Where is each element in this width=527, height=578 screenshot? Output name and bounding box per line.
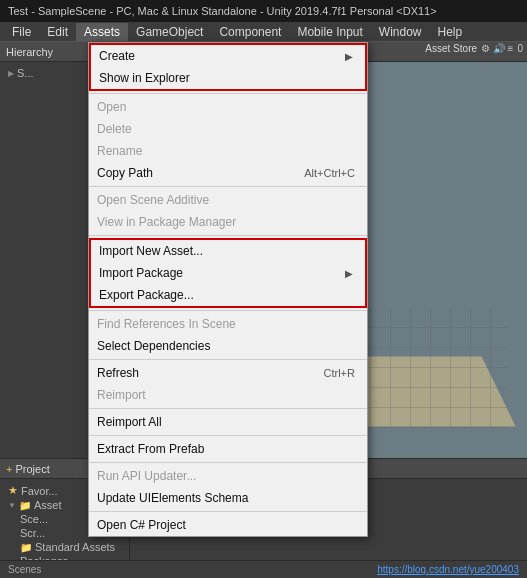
menu-separator-7 — [89, 435, 367, 436]
menu-item-label: Create — [99, 49, 135, 63]
folder-icon: 📁 — [19, 500, 31, 511]
menu-help[interactable]: Help — [430, 23, 471, 41]
menu-item-label: Open C# Project — [97, 518, 186, 532]
hierarchy-scene-label: S... — [17, 67, 34, 79]
star-icon: ★ — [8, 484, 18, 497]
menu-section-4: Find References In SceneSelect Dependenc… — [89, 313, 367, 357]
menu-item-label: Find References In Scene — [97, 317, 236, 331]
menu-item-import-package[interactable]: Import Package▶ — [91, 262, 365, 284]
standard-folder-icon: 📁 — [20, 542, 32, 553]
menu-item-delete: Delete — [89, 118, 367, 140]
menu-item-select-dependencies[interactable]: Select Dependencies — [89, 335, 367, 357]
menu-item-label: Run API Updater... — [97, 469, 196, 483]
title-text: Test - SampleScene - PC, Mac & Linux Sta… — [8, 5, 437, 17]
tree-arrow-icon: ▶ — [8, 69, 14, 78]
menu-item-extract-from-prefab[interactable]: Extract From Prefab — [89, 438, 367, 460]
toolbar-icons: ⚙ 🔊 ≡ — [481, 43, 513, 54]
menu-item-open-scene-additive: Open Scene Additive — [89, 189, 367, 211]
title-bar: Test - SampleScene - PC, Mac & Linux Sta… — [0, 0, 527, 22]
submenu-arrow-icon: ▶ — [345, 51, 353, 62]
menu-item-label: Select Dependencies — [97, 339, 210, 353]
menu-item-create[interactable]: Create▶ — [91, 45, 365, 67]
menu-file[interactable]: File — [4, 23, 39, 41]
menu-item-label: Reimport All — [97, 415, 162, 429]
standard-assets-item[interactable]: 📁 Standard Assets — [4, 540, 125, 554]
menu-item-shortcut: Alt+Ctrl+C — [304, 167, 355, 179]
menu-separator-2 — [89, 186, 367, 187]
menu-item-copy-path[interactable]: Copy PathAlt+Ctrl+C — [89, 162, 367, 184]
menu-item-label: Copy Path — [97, 166, 153, 180]
menu-item-refresh[interactable]: RefreshCtrl+R — [89, 362, 367, 384]
submenu-arrow-icon: ▶ — [345, 268, 353, 279]
menu-mobileinput[interactable]: Mobile Input — [289, 23, 370, 41]
menu-item-label: Refresh — [97, 366, 139, 380]
menu-item-label: Open Scene Additive — [97, 193, 209, 207]
menu-item-open-c--project[interactable]: Open C# Project — [89, 514, 367, 536]
menu-item-import-new-asset---[interactable]: Import New Asset... — [91, 240, 365, 262]
status-left: Scenes — [8, 564, 41, 575]
menu-item-reimport-all[interactable]: Reimport All — [89, 411, 367, 433]
menu-section-5: RefreshCtrl+RReimport — [89, 362, 367, 406]
menu-gameobject[interactable]: GameObject — [128, 23, 211, 41]
menu-section-6: Reimport All — [89, 411, 367, 433]
menu-item-label: Rename — [97, 144, 142, 158]
menu-item-open: Open — [89, 96, 367, 118]
menu-item-reimport: Reimport — [89, 384, 367, 406]
menu-item-label: Extract From Prefab — [97, 442, 204, 456]
assets-dropdown-menu: Create▶Show in ExplorerOpenDeleteRenameC… — [88, 42, 368, 537]
menu-separator-5 — [89, 359, 367, 360]
project-label: + Project — [6, 463, 50, 475]
menu-item-label: Export Package... — [99, 288, 194, 302]
menu-item-label: Update UIElements Schema — [97, 491, 248, 505]
menu-separator-6 — [89, 408, 367, 409]
menu-bar: File Edit Assets GameObject Component Mo… — [0, 22, 527, 42]
menu-item-rename: Rename — [89, 140, 367, 162]
menu-separator-3 — [89, 235, 367, 236]
menu-section-9: Open C# Project — [89, 514, 367, 536]
status-url: https://blog.csdn.net/yue200403 — [377, 564, 519, 575]
menu-separator-8 — [89, 462, 367, 463]
menu-item-update-uielements-schema[interactable]: Update UIElements Schema — [89, 487, 367, 509]
menu-section-7: Extract From Prefab — [89, 438, 367, 460]
menu-window[interactable]: Window — [371, 23, 430, 41]
menu-separator-1 — [89, 93, 367, 94]
menu-assets[interactable]: Assets — [76, 23, 128, 41]
hierarchy-label: Hierarchy — [6, 46, 53, 58]
project-plus-icon[interactable]: + — [6, 463, 12, 475]
menu-section-3: Import New Asset...Import Package▶Export… — [89, 238, 367, 308]
menu-item-label: Reimport — [97, 388, 146, 402]
asset-store-btn[interactable]: Asset Store — [425, 43, 477, 54]
menu-edit[interactable]: Edit — [39, 23, 76, 41]
menu-item-shortcut: Ctrl+R — [324, 367, 355, 379]
menu-separator-9 — [89, 511, 367, 512]
status-bar: Scenes https://blog.csdn.net/yue200403 — [0, 560, 527, 578]
menu-item-export-package---[interactable]: Export Package... — [91, 284, 365, 306]
menu-item-label: Import New Asset... — [99, 244, 203, 258]
menu-section-0: Create▶Show in Explorer — [89, 43, 367, 91]
menu-item-view-in-package-manager: View in Package Manager — [89, 211, 367, 233]
menu-item-label: View in Package Manager — [97, 215, 236, 229]
menu-component[interactable]: Component — [211, 23, 289, 41]
menu-item-label: Open — [97, 100, 126, 114]
menu-item-label: Import Package — [99, 266, 183, 280]
menu-section-2: Open Scene AdditiveView in Package Manag… — [89, 189, 367, 233]
assets-arrow: ▼ — [8, 501, 16, 510]
menu-separator-4 — [89, 310, 367, 311]
menu-item-find-references-in-scene: Find References In Scene — [89, 313, 367, 335]
menu-item-label: Delete — [97, 122, 132, 136]
menu-section-1: OpenDeleteRenameCopy PathAlt+Ctrl+C — [89, 96, 367, 184]
toolbar-scale: 0 — [517, 43, 523, 54]
menu-item-run-api-updater---: Run API Updater... — [89, 465, 367, 487]
menu-item-label: Show in Explorer — [99, 71, 190, 85]
menu-item-show-in-explorer[interactable]: Show in Explorer — [91, 67, 365, 89]
menu-section-8: Run API Updater...Update UIElements Sche… — [89, 465, 367, 509]
